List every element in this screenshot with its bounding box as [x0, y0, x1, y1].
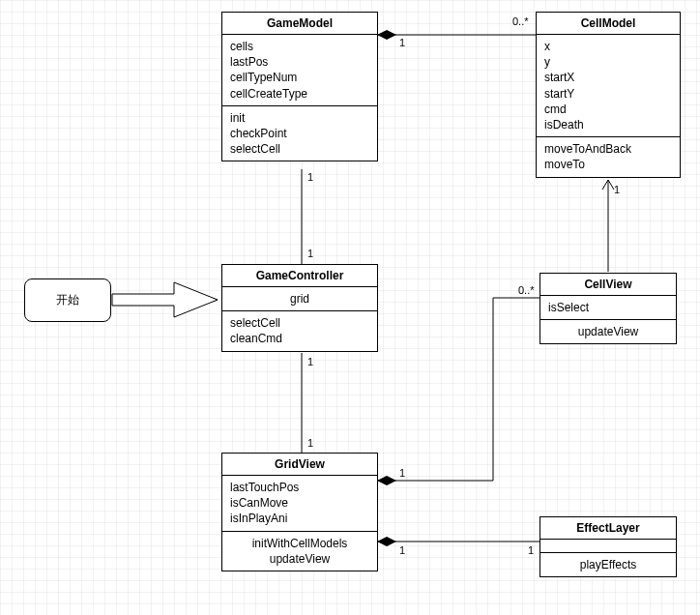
mult-label: 1	[528, 544, 534, 556]
svg-marker-4	[377, 476, 396, 485]
mult-label: 0..*	[512, 15, 529, 27]
class-game-controller: GameController grid selectCell cleanCmd	[221, 264, 378, 352]
class-cell-model: CellModel x y startX startY cmd isDeath …	[536, 12, 681, 178]
mult-label: 1	[307, 171, 313, 183]
mult-label: 1	[307, 356, 313, 367]
class-ops: selectCell cleanCmd	[222, 311, 377, 350]
class-ops: playEffects	[540, 553, 676, 576]
class-attrs	[540, 540, 676, 553]
class-title: EffectLayer	[540, 517, 676, 540]
class-ops: moveToAndBack moveTo	[537, 137, 680, 176]
class-ops: updateView	[540, 320, 676, 343]
class-ops: init checkPoint selectCell	[222, 106, 377, 161]
mult-label: 1	[307, 248, 313, 259]
mult-label: 0..*	[518, 284, 535, 296]
class-title: CellView	[540, 274, 676, 296]
class-title: GridView	[222, 454, 377, 476]
mult-label: 1	[614, 184, 620, 195]
class-attrs: x y startX startY cmd isDeath	[537, 35, 680, 137]
class-attrs: grid	[222, 287, 377, 311]
mult-label: 1	[399, 544, 405, 556]
mult-label: 1	[307, 437, 313, 449]
class-attrs: lastTouchPos isCanMove isInPlayAni	[222, 476, 377, 532]
start-label: 开始	[56, 292, 79, 308]
class-title: GameModel	[222, 13, 377, 35]
class-effect-layer: EffectLayer playEffects	[540, 516, 677, 577]
svg-marker-6	[377, 537, 396, 546]
uml-diagram: 开始 GameModel cells lastPos cellTypeNum c…	[0, 0, 700, 615]
start-node: 开始	[24, 278, 111, 322]
class-cell-view: CellView isSelect updateView	[540, 273, 677, 344]
svg-marker-1	[377, 30, 396, 40]
class-attrs: cells lastPos cellTypeNum cellCreateType	[222, 35, 377, 106]
mult-label: 1	[399, 467, 405, 479]
class-title: CellModel	[537, 13, 680, 35]
class-grid-view: GridView lastTouchPos isCanMove isInPlay…	[221, 453, 378, 571]
class-title: GameController	[222, 265, 377, 287]
class-ops: initWithCellModels updateView	[222, 532, 377, 571]
mult-label: 1	[399, 37, 405, 48]
class-game-model: GameModel cells lastPos cellTypeNum cell…	[221, 12, 378, 161]
class-attrs: isSelect	[540, 296, 676, 320]
